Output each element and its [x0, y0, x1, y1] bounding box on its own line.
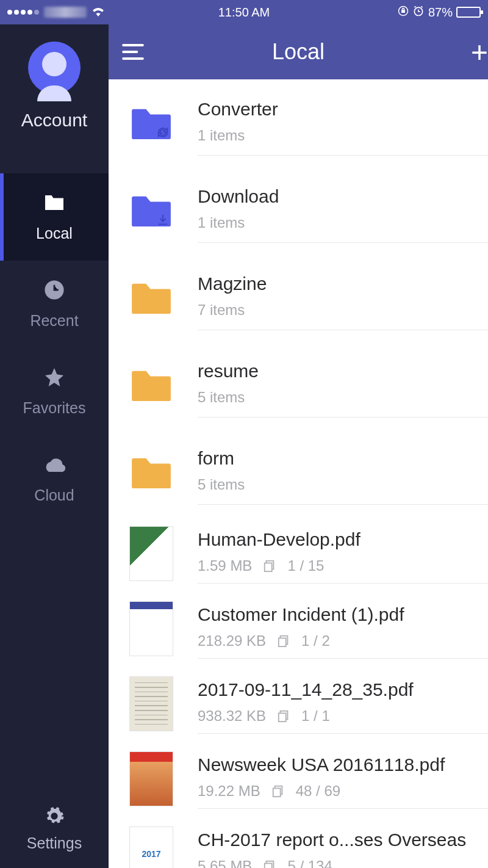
- item-size: 218.29 KB: [198, 632, 266, 649]
- item-title: resume: [198, 361, 488, 382]
- file-row[interactable]: Newsweek USA 20161118.pdf 19.22 MB 48 / …: [109, 741, 488, 816]
- add-button[interactable]: +: [470, 24, 488, 79]
- folder-row[interactable]: form 5 items: [109, 429, 488, 516]
- folder-icon: [43, 192, 65, 214]
- signal-dots-icon: [7, 10, 39, 15]
- item-title: Download: [198, 186, 488, 207]
- item-count: 1 items: [198, 127, 245, 144]
- item-title: form: [198, 448, 488, 469]
- sidebar-item-favorites[interactable]: Favorites: [0, 348, 109, 435]
- item-count: 7 items: [198, 302, 245, 319]
- battery-percent: 87%: [428, 5, 453, 20]
- orientation-lock-icon: [398, 5, 409, 20]
- item-pages: 1 / 1: [301, 707, 330, 725]
- carrier-label: [44, 7, 87, 18]
- sidebar-account[interactable]: Account: [0, 24, 109, 149]
- sidebar: Account Local Recent: [0, 24, 109, 868]
- status-time: 11:50 AM: [218, 5, 270, 20]
- item-size: 19.22 MB: [198, 783, 260, 800]
- folder-icon: [129, 363, 173, 407]
- item-pages: 1 / 2: [301, 632, 330, 649]
- item-pages: 1 / 15: [287, 557, 324, 574]
- svg-rect-5: [265, 563, 272, 571]
- item-title: 2017-09-11_14_28_35.pdf: [198, 679, 488, 700]
- sidebar-item-label: Cloud: [34, 486, 74, 504]
- file-row[interactable]: Customer Incident (1).pdf 218.29 KB 1 / …: [109, 591, 488, 666]
- item-count: 1 items: [198, 214, 245, 231]
- svg-rect-13: [265, 863, 272, 868]
- document-thumbnail: [129, 526, 173, 581]
- item-title: Human-Develop.pdf: [198, 529, 488, 550]
- item-title: Converter: [198, 99, 488, 120]
- folder-icon: [129, 101, 173, 145]
- file-list: Converter 1 items Download 1 items Magzi…: [109, 79, 488, 868]
- svg-point-3: [52, 814, 57, 819]
- page-title: Local: [272, 39, 325, 65]
- pages-icon: [277, 709, 290, 723]
- download-icon: [156, 213, 170, 229]
- pages-icon: [271, 784, 285, 798]
- pages-icon: [263, 859, 276, 868]
- cloud-icon: [43, 454, 65, 476]
- folder-icon: [129, 189, 173, 233]
- item-size: 938.32 KB: [198, 707, 266, 725]
- menu-button[interactable]: [121, 40, 145, 64]
- item-count: 5 items: [198, 476, 245, 493]
- sidebar-account-label: Account: [21, 110, 87, 131]
- document-thumbnail: [129, 751, 173, 806]
- folder-icon: [129, 276, 173, 320]
- item-size: 1.59 MB: [198, 557, 252, 574]
- sidebar-item-label: Recent: [30, 312, 78, 330]
- item-pages: 5 / 134: [287, 858, 332, 868]
- main-header: Local +: [109, 24, 488, 79]
- sidebar-item-label: Local: [36, 225, 73, 242]
- folder-row[interactable]: resume 5 items: [109, 341, 488, 429]
- clock-icon: [43, 279, 65, 301]
- sync-icon: [156, 126, 170, 142]
- star-icon: [43, 366, 65, 388]
- folder-row[interactable]: Converter 1 items: [109, 79, 488, 167]
- item-title: CH-2017 report o...ses Overseas: [198, 830, 488, 850]
- pages-icon: [277, 634, 290, 648]
- svg-rect-11: [273, 788, 280, 797]
- avatar-icon: [28, 42, 81, 94]
- document-thumbnail: 2017: [129, 826, 173, 869]
- file-row[interactable]: Human-Develop.pdf 1.59 MB 1 / 15: [109, 516, 488, 591]
- item-pages: 48 / 69: [296, 783, 340, 800]
- file-row[interactable]: 2017 CH-2017 report o...ses Overseas 5.6…: [109, 816, 488, 868]
- file-row[interactable]: 2017-09-11_14_28_35.pdf 938.32 KB 1 / 1: [109, 666, 488, 741]
- item-count: 5 items: [198, 389, 245, 406]
- sidebar-item-cloud[interactable]: Cloud: [0, 435, 109, 523]
- item-size: 5.65 MB: [198, 858, 252, 868]
- sidebar-item-local[interactable]: Local: [0, 173, 109, 261]
- wifi-icon: [92, 5, 105, 20]
- alarm-icon: [412, 5, 425, 20]
- sidebar-item-settings[interactable]: Settings: [0, 792, 109, 868]
- item-title: Magzine: [198, 273, 488, 294]
- svg-rect-9: [279, 713, 286, 722]
- folder-row[interactable]: Download 1 items: [109, 167, 488, 254]
- battery-icon: [456, 7, 481, 18]
- pages-icon: [263, 559, 276, 573]
- sidebar-item-label: Favorites: [23, 399, 86, 417]
- item-title: Customer Incident (1).pdf: [198, 604, 488, 625]
- status-bar: 11:50 AM 87%: [0, 0, 488, 24]
- document-thumbnail: [129, 676, 173, 731]
- sidebar-item-label: Settings: [27, 834, 82, 852]
- svg-rect-7: [279, 638, 286, 646]
- folder-row[interactable]: Magzine 7 items: [109, 254, 488, 341]
- folder-icon: [129, 450, 173, 494]
- item-title: Newsweek USA 20161118.pdf: [198, 754, 488, 775]
- document-thumbnail: [129, 601, 173, 656]
- gear-icon: [43, 805, 65, 827]
- sidebar-item-recent[interactable]: Recent: [0, 261, 109, 348]
